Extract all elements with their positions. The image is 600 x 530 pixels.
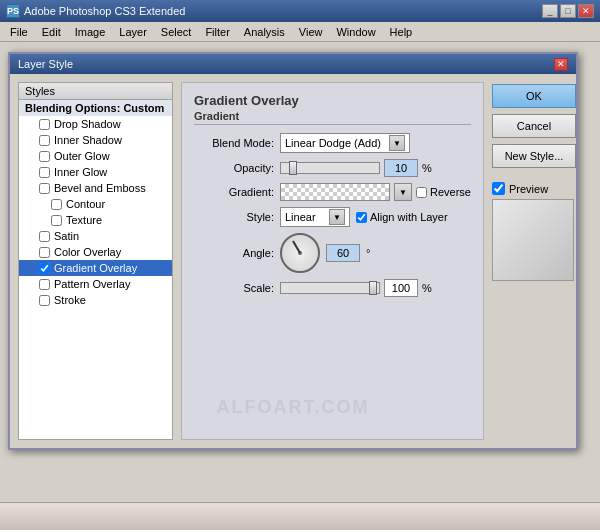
reverse-checkbox[interactable] — [416, 187, 427, 198]
opacity-slider-wrapper: % — [280, 159, 432, 177]
angle-section: ° — [280, 233, 370, 273]
ok-button[interactable]: OK — [492, 84, 576, 108]
gradient-row: Gradient: ▼ Reverse — [194, 183, 471, 201]
blend-mode-arrow[interactable]: ▼ — [389, 135, 405, 151]
color-overlay-label: Color Overlay — [54, 246, 121, 258]
scale-slider-thumb[interactable] — [369, 281, 377, 295]
scale-label: Scale: — [194, 282, 274, 294]
align-layer-checkbox[interactable] — [356, 212, 367, 223]
style-item-gradient-overlay[interactable]: Gradient Overlay — [19, 260, 172, 276]
opacity-slider-thumb[interactable] — [289, 161, 297, 175]
app-area: Layer Style ✕ Styles Blending Options: C… — [0, 42, 600, 530]
scale-unit: % — [422, 282, 432, 294]
menu-select[interactable]: Select — [155, 25, 198, 39]
style-arrow[interactable]: ▼ — [329, 209, 345, 225]
minimize-button[interactable]: _ — [542, 4, 558, 18]
angle-unit: ° — [366, 247, 370, 259]
drop-shadow-label: Drop Shadow — [54, 118, 121, 130]
inner-shadow-checkbox[interactable] — [39, 135, 50, 146]
settings-panel: Gradient Overlay Gradient Blend Mode: Li… — [181, 82, 484, 440]
dialog-close-button[interactable]: ✕ — [554, 58, 568, 71]
contour-checkbox[interactable] — [51, 199, 62, 210]
style-item-contour[interactable]: Contour — [19, 196, 172, 212]
pattern-overlay-checkbox[interactable] — [39, 279, 50, 290]
blending-options-label: Blending Options: Custom — [25, 102, 164, 114]
style-item-inner-glow[interactable]: Inner Glow — [19, 164, 172, 180]
close-app-button[interactable]: ✕ — [578, 4, 594, 18]
bevel-emboss-checkbox[interactable] — [39, 183, 50, 194]
texture-label: Texture — [66, 214, 102, 226]
satin-checkbox[interactable] — [39, 231, 50, 242]
style-item-inner-shadow[interactable]: Inner Shadow — [19, 132, 172, 148]
style-select[interactable]: Linear ▼ — [280, 207, 350, 227]
new-style-button[interactable]: New Style... — [492, 144, 576, 168]
inner-glow-checkbox[interactable] — [39, 167, 50, 178]
opacity-slider-track[interactable] — [280, 162, 380, 174]
cancel-button[interactable]: Cancel — [492, 114, 576, 138]
buttons-panel: OK Cancel New Style... Preview — [492, 82, 576, 440]
reverse-label: Reverse — [430, 186, 471, 198]
style-item-drop-shadow[interactable]: Drop Shadow — [19, 116, 172, 132]
align-layer-label: Align with Layer — [370, 211, 448, 223]
menu-view[interactable]: View — [293, 25, 329, 39]
preview-box — [492, 199, 574, 281]
style-item-outer-glow[interactable]: Outer Glow — [19, 148, 172, 164]
menu-file[interactable]: File — [4, 25, 34, 39]
style-item-satin[interactable]: Satin — [19, 228, 172, 244]
maximize-button[interactable]: □ — [560, 4, 576, 18]
opacity-input[interactable] — [384, 159, 418, 177]
scale-slider-track[interactable] — [280, 282, 380, 294]
styles-header: Styles — [18, 82, 173, 100]
angle-dial[interactable] — [280, 233, 320, 273]
blend-mode-select[interactable]: Linear Dodge (Add) ▼ — [280, 133, 410, 153]
gradient-preview[interactable] — [280, 183, 390, 201]
menu-bar: File Edit Image Layer Select Filter Anal… — [0, 22, 600, 42]
texture-checkbox[interactable] — [51, 215, 62, 226]
menu-filter[interactable]: Filter — [199, 25, 235, 39]
style-item-color-overlay[interactable]: Color Overlay — [19, 244, 172, 260]
menu-layer[interactable]: Layer — [113, 25, 153, 39]
watermark: ALFOART.COM — [217, 397, 370, 418]
pattern-overlay-label: Pattern Overlay — [54, 278, 130, 290]
title-bar: PS Adobe Photoshop CS3 Extended _ □ ✕ — [0, 0, 600, 22]
satin-label: Satin — [54, 230, 79, 242]
menu-image[interactable]: Image — [69, 25, 112, 39]
style-value: Linear — [285, 211, 316, 223]
blend-mode-label: Blend Mode: — [194, 137, 274, 149]
dialog-title-label: Layer Style — [18, 58, 73, 70]
preview-checkbox[interactable] — [492, 182, 505, 195]
angle-input[interactable] — [326, 244, 360, 262]
stroke-checkbox[interactable] — [39, 295, 50, 306]
color-overlay-checkbox[interactable] — [39, 247, 50, 258]
contour-label: Contour — [66, 198, 105, 210]
angle-row: Angle: ° — [194, 233, 471, 273]
gradient-overlay-label: Gradient Overlay — [54, 262, 137, 274]
menu-help[interactable]: Help — [384, 25, 419, 39]
blend-mode-row: Blend Mode: Linear Dodge (Add) ▼ — [194, 133, 471, 153]
scale-input[interactable] — [384, 279, 418, 297]
style-row: Style: Linear ▼ Align with Layer — [194, 207, 471, 227]
menu-edit[interactable]: Edit — [36, 25, 67, 39]
style-item-texture[interactable]: Texture — [19, 212, 172, 228]
preview-checkbox-group: Preview — [492, 182, 548, 195]
gradient-label: Gradient: — [194, 186, 274, 198]
opacity-unit: % — [422, 162, 432, 174]
gradient-overlay-checkbox[interactable] — [39, 263, 50, 274]
dial-needle — [292, 240, 301, 253]
style-item-bevel-emboss[interactable]: Bevel and Emboss — [19, 180, 172, 196]
style-item-stroke[interactable]: Stroke — [19, 292, 172, 308]
style-item-pattern-overlay[interactable]: Pattern Overlay — [19, 276, 172, 292]
align-layer-group: Align with Layer — [356, 211, 448, 223]
blending-options-item[interactable]: Blending Options: Custom — [19, 100, 172, 116]
scale-row: Scale: % — [194, 279, 471, 297]
opacity-label: Opacity: — [194, 162, 274, 174]
drop-shadow-checkbox[interactable] — [39, 119, 50, 130]
settings-title: Gradient Overlay — [194, 93, 471, 108]
menu-window[interactable]: Window — [330, 25, 381, 39]
gradient-dropdown-btn[interactable]: ▼ — [394, 183, 412, 201]
menu-analysis[interactable]: Analysis — [238, 25, 291, 39]
title-bar-controls: _ □ ✕ — [542, 4, 594, 18]
angle-label: Angle: — [194, 247, 274, 259]
outer-glow-checkbox[interactable] — [39, 151, 50, 162]
ps-icon: PS — [6, 4, 20, 18]
